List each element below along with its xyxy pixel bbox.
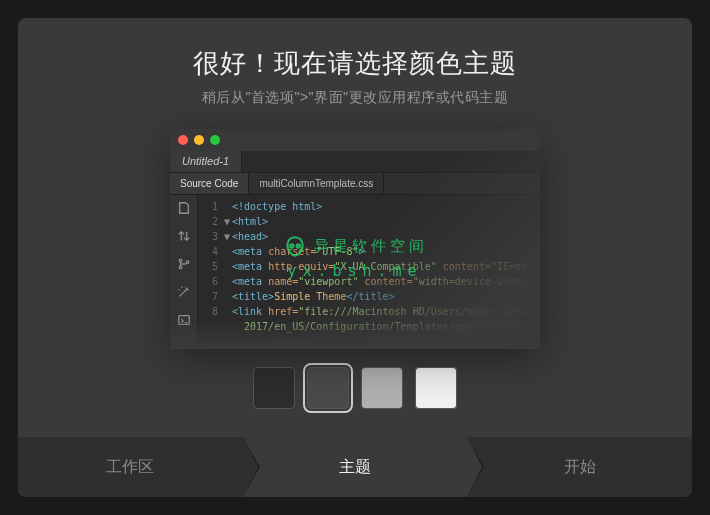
theme-swatch-0[interactable]	[253, 367, 295, 409]
window-titlebar	[170, 129, 540, 151]
close-icon	[178, 135, 188, 145]
code-line: 6<meta name="viewport" content="width=de…	[198, 274, 540, 289]
theme-preview: Untitled-1 Source Code multiColumnTempla…	[170, 129, 540, 349]
editor-body: 1<!doctype html>2▼<html>3▼<head>4<meta c…	[170, 195, 540, 349]
branch-icon	[177, 257, 191, 271]
step-0[interactable]: 工作区	[18, 437, 243, 497]
minimize-icon	[194, 135, 204, 145]
file-icon	[177, 201, 191, 215]
left-toolbar	[170, 195, 198, 349]
file-tab-row: Untitled-1	[170, 151, 540, 173]
step-2[interactable]: 开始	[467, 437, 692, 497]
terminal-icon	[177, 313, 191, 327]
subtab-css: multiColumnTemplate.css	[249, 173, 384, 194]
code-line: 7<title>Simple Theme</title>	[198, 289, 540, 304]
code-line: 4<meta charset="UTF-8">	[198, 244, 540, 259]
code-line: 8<link href="file:///Macintosh HD/Users/…	[198, 304, 540, 319]
theme-swatches	[253, 367, 457, 409]
theme-swatch-2[interactable]	[361, 367, 403, 409]
code-line: 1<!doctype html>	[198, 199, 540, 214]
subtab-source: Source Code	[170, 173, 249, 194]
step-1[interactable]: 主题	[243, 437, 468, 497]
code-line: 3▼<head>	[198, 229, 540, 244]
content-area: 很好！现在请选择颜色主题 稍后从"首选项">"界面"更改应用程序或代码主题 Un…	[18, 18, 692, 437]
code-line: 2017/en_US/Configuration/Templates/eam72…	[198, 319, 540, 334]
theme-swatch-1[interactable]	[307, 367, 349, 409]
page-subtitle: 稍后从"首选项">"界面"更改应用程序或代码主题	[202, 89, 508, 107]
theme-swatch-3[interactable]	[415, 367, 457, 409]
code-area: 1<!doctype html>2▼<html>3▼<head>4<meta c…	[198, 195, 540, 349]
onboarding-dialog: 很好！现在请选择颜色主题 稍后从"首选项">"界面"更改应用程序或代码主题 Un…	[18, 18, 692, 497]
step-footer: 工作区主题开始	[18, 437, 692, 497]
svg-rect-3	[178, 316, 189, 325]
maximize-icon	[210, 135, 220, 145]
view-tab-row: Source Code multiColumnTemplate.css	[170, 173, 540, 195]
updown-icon	[177, 229, 191, 243]
file-tab: Untitled-1	[170, 151, 242, 172]
code-line: 2▼<html>	[198, 214, 540, 229]
wand-icon	[177, 285, 191, 299]
code-line: 5<meta http-equiv="X-UA-Compatible" cont…	[198, 259, 540, 274]
svg-point-2	[186, 261, 189, 264]
page-title: 很好！现在请选择颜色主题	[193, 46, 517, 81]
